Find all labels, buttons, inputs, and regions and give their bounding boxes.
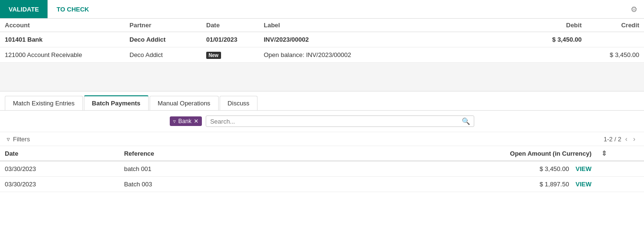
filters-button[interactable]: ▿ Filters <box>7 136 30 143</box>
entry-debit: $ 3,450.00 <box>519 32 586 47</box>
batch-table-row: 03/30/2023 batch 001 $ 3,450.00 VIEW <box>0 161 644 177</box>
tab-batch-payments[interactable]: Batch Payments <box>84 95 149 110</box>
entry-date: New <box>201 47 259 63</box>
entry-table: Account Partner Date Label Debit Credit … <box>0 19 644 63</box>
batch-reference: Batch 003 <box>119 177 418 192</box>
tab-manual-operations[interactable]: Manual Operations <box>150 96 219 110</box>
entry-date: 01/01/2023 <box>201 32 259 47</box>
search-input[interactable] <box>210 118 459 125</box>
batch-date: 03/30/2023 <box>0 161 119 177</box>
batch-col-date: Date <box>0 146 119 161</box>
entry-partner: Deco Addict <box>125 32 201 47</box>
filter-tag-label: Bank <box>178 118 191 125</box>
entry-credit <box>586 32 644 47</box>
filters-row: ▿ Filters 1-2 / 2 ‹ › <box>0 132 644 146</box>
search-area: ▿ Bank ✕ 🔍 <box>0 111 644 132</box>
batch-col-action: ⇕ <box>597 146 644 161</box>
batch-reference: batch 001 <box>119 161 418 177</box>
col-partner: Partner <box>125 19 201 32</box>
entry-table-row: 101401 Bank Deco Addict 01/01/2023 INV/2… <box>0 32 644 47</box>
filter-icon: ▿ <box>173 118 176 125</box>
batch-amount: $ 1,897.50 VIEW <box>417 177 596 192</box>
gray-separator <box>0 63 644 91</box>
tab-match-existing-entries[interactable]: Match Existing Entries <box>5 96 83 110</box>
pagination-text: 1-2 / 2 <box>604 136 621 143</box>
search-input-wrap: 🔍 <box>206 115 474 127</box>
to-check-button[interactable]: TO CHECK <box>47 0 98 18</box>
batch-col-amount: Open Amount (in Currency) <box>417 146 596 161</box>
batch-date: 03/30/2023 <box>0 177 119 192</box>
entry-account: 121000 Account Receivable <box>0 47 125 63</box>
batch-table-row: 03/30/2023 Batch 003 $ 1,897.50 VIEW <box>0 177 644 192</box>
entry-account: 101401 Bank <box>0 32 125 47</box>
view-link[interactable]: VIEW <box>575 165 591 172</box>
filter-tag-bank: ▿ Bank ✕ <box>170 116 202 126</box>
pagination-area: 1-2 / 2 ‹ › <box>604 134 637 144</box>
batch-action-cell <box>597 177 644 192</box>
col-label: Label <box>259 19 519 32</box>
gear-icon[interactable]: ⚙ <box>624 1 644 18</box>
entry-partner: Deco Addict <box>125 47 201 63</box>
prev-page-button[interactable]: ‹ <box>623 134 630 144</box>
tab-discuss[interactable]: Discuss <box>220 96 258 110</box>
columns-icon[interactable]: ⇕ <box>601 149 607 157</box>
filter-remove-button[interactable]: ✕ <box>194 118 199 125</box>
batch-table: Date Reference Open Amount (in Currency)… <box>0 146 644 192</box>
col-account: Account <box>0 19 125 32</box>
view-link[interactable]: VIEW <box>575 181 591 188</box>
top-toolbar: VALIDATE TO CHECK ⚙ <box>0 0 644 19</box>
batch-action-cell <box>597 161 644 177</box>
search-icon[interactable]: 🔍 <box>462 117 470 125</box>
date-value: 01/01/2023 <box>206 36 237 43</box>
col-debit: Debit <box>519 19 586 32</box>
tabs-bar: Match Existing EntriesBatch PaymentsManu… <box>0 91 644 111</box>
batch-amount: $ 3,450.00 VIEW <box>417 161 596 177</box>
validate-button[interactable]: VALIDATE <box>0 0 47 18</box>
entry-label: Open balance: INV/2023/00002 <box>259 47 519 63</box>
filter-funnel-icon: ▿ <box>7 136 10 143</box>
next-page-button[interactable]: › <box>631 134 637 144</box>
badge-new: New <box>206 52 221 59</box>
entry-credit: $ 3,450.00 <box>586 47 644 63</box>
entry-table-row: 121000 Account Receivable Deco Addict Ne… <box>0 47 644 63</box>
filters-label: Filters <box>13 136 30 143</box>
col-date: Date <box>201 19 259 32</box>
entry-label: INV/2023/00002 <box>259 32 519 47</box>
col-credit: Credit <box>586 19 644 32</box>
entry-debit <box>519 47 586 63</box>
batch-col-reference: Reference <box>119 146 418 161</box>
